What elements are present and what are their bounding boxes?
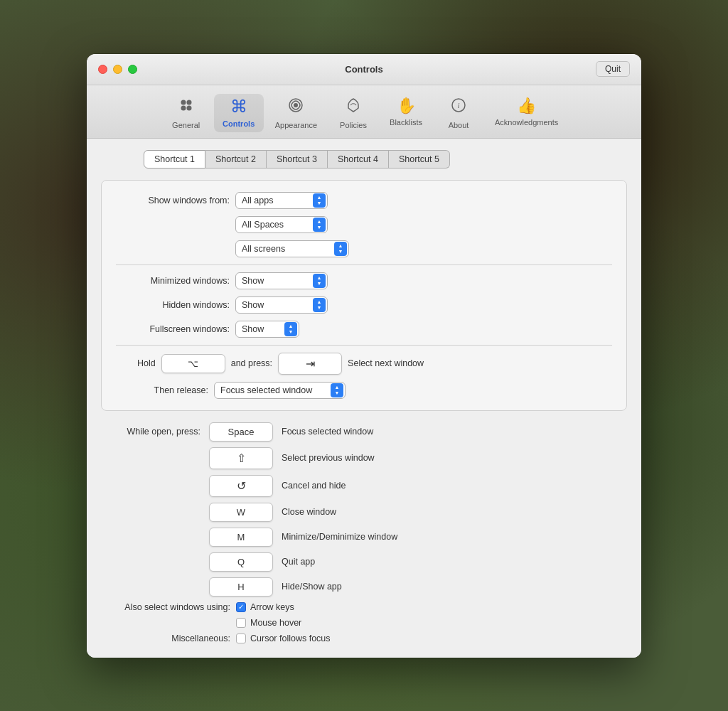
while-open-label: While open, press: [115, 427, 200, 437]
acknowledgments-icon: 👍 [517, 97, 536, 115]
arrow-keys-wrap: ✓ Arrow keys [236, 602, 294, 612]
hidden-select[interactable]: Show Hide [235, 296, 328, 314]
select-next-label: Select next window [348, 358, 424, 368]
tab-about-label: About [449, 121, 469, 129]
tab-about[interactable]: i About [434, 94, 483, 132]
fullscreen-label: Fullscreen windows: [116, 324, 230, 334]
also-select-label: Also select windows using: [122, 602, 230, 612]
shortcut-tab-3[interactable]: Shortcut 3 [267, 150, 328, 169]
settings-panel: Show windows from: All apps Active app o… [101, 180, 627, 411]
fullscreen-select[interactable]: Show Hide [235, 321, 299, 338]
misc-label: Miscellaneous: [122, 634, 230, 643]
then-release-select-wrap: Focus selected window Do nothing ▲ ▼ [214, 382, 346, 399]
hidden-select-wrap: Show Hide ▲ ▼ [235, 296, 328, 314]
screens-select[interactable]: All screens Current screen [235, 240, 349, 257]
svg-point-0 [181, 100, 186, 105]
while-action-prev: Select previous window [282, 453, 375, 463]
screens-row: All screens Current screen ▲ ▼ [116, 240, 612, 257]
tab-general-label: General [172, 121, 200, 129]
window-title: Controls [345, 64, 382, 75]
spaces-select[interactable]: All Spaces Current Space [235, 216, 328, 233]
while-action-hide: Hide/Show app [282, 582, 342, 592]
h-key-button[interactable]: H [209, 577, 273, 597]
tab-policies-label: Policies [340, 121, 367, 129]
spaces-row: All Spaces Current Space ▲ ▼ [116, 216, 612, 233]
maximize-button[interactable] [128, 65, 137, 74]
tab-policies[interactable]: Policies [328, 94, 378, 132]
shortcut-tab-1[interactable]: Shortcut 1 [144, 150, 205, 169]
tab-bar: General ⌘ Controls Appearance [87, 85, 641, 139]
and-press-label: and press: [231, 358, 272, 368]
fullscreen-select-wrap: Show Hide ▲ ▼ [235, 321, 299, 338]
content-area: Shortcut 1 Shortcut 2 Shortcut 3 Shortcu… [87, 139, 641, 658]
arrow-keys-checkbox[interactable]: ✓ [236, 602, 246, 612]
tab-acknowledgments-label: Acknowledgments [495, 118, 558, 127]
svg-point-3 [186, 105, 191, 110]
mouse-hover-checkbox[interactable] [236, 618, 246, 628]
hold-key-button[interactable]: ⌥ [161, 354, 225, 373]
traffic-lights [98, 65, 137, 74]
while-row-q: Q Quit app [115, 552, 613, 572]
while-action-focus: Focus selected window [282, 427, 373, 437]
minimize-button[interactable] [113, 65, 122, 74]
titlebar: Controls Quit [87, 54, 641, 85]
svg-text:i: i [457, 101, 459, 109]
arrow-keys-label: Arrow keys [250, 602, 294, 612]
while-section: While open, press: Space Focus selected … [101, 422, 627, 643]
quit-button[interactable]: Quit [596, 61, 630, 77]
minimized-select-wrap: Show Hide ▲ ▼ [235, 272, 328, 289]
while-action-cancel: Cancel and hide [282, 481, 346, 491]
hold-label: Hold [137, 358, 156, 368]
hidden-label: Hidden windows: [116, 300, 230, 310]
hidden-row: Hidden windows: Show Hide ▲ ▼ [116, 296, 612, 314]
while-row-cancel: ↺ Cancel and hide [115, 475, 613, 497]
tab-blacklists[interactable]: ✋ Blacklists [381, 94, 431, 132]
general-icon [178, 97, 195, 118]
close-button[interactable] [98, 65, 107, 74]
shortcut-tab-5[interactable]: Shortcut 5 [389, 150, 450, 169]
w-key-button[interactable]: W [209, 503, 273, 522]
tab-general[interactable]: General [161, 94, 211, 132]
show-windows-select-wrap: All apps Active app only ▲ ▼ [235, 192, 328, 209]
fullscreen-row: Fullscreen windows: Show Hide ▲ ▼ [116, 321, 612, 338]
blacklists-icon: ✋ [397, 97, 416, 115]
while-row-shift: ⇧ Select previous window [115, 447, 613, 469]
minimized-row: Minimized windows: Show Hide ▲ ▼ [116, 272, 612, 289]
cursor-follows-label: Cursor follows focus [250, 634, 331, 643]
tab-blacklists-label: Blacklists [390, 118, 422, 127]
shift-key-button[interactable]: ⇧ [209, 447, 273, 469]
q-key-button[interactable]: Q [209, 552, 273, 572]
mouse-hover-label: Mouse hover [250, 618, 301, 628]
while-action-minimize: Minimize/Deminimize window [282, 532, 397, 542]
tab-acknowledgments[interactable]: 👍 Acknowledgments [486, 94, 567, 132]
main-window: Controls Quit General ⌘ Controls [87, 54, 641, 658]
minimized-label: Minimized windows: [116, 276, 230, 286]
cursor-follows-checkbox[interactable] [236, 634, 246, 643]
and-press-key-button[interactable]: ⇥ [278, 353, 342, 375]
screens-select-wrap: All screens Current screen ▲ ▼ [235, 240, 349, 257]
space-key-button[interactable]: Space [209, 422, 273, 442]
tab-appearance-label: Appearance [275, 121, 317, 129]
shortcut-tab-4[interactable]: Shortcut 4 [328, 150, 389, 169]
shortcut-tab-bar: Shortcut 1 Shortcut 2 Shortcut 3 Shortcu… [144, 150, 627, 169]
cancel-key-button[interactable]: ↺ [209, 475, 273, 497]
show-windows-label: Show windows from: [116, 196, 230, 205]
then-release-row: Then release: Focus selected window Do n… [116, 382, 612, 399]
minimized-select[interactable]: Show Hide [235, 272, 328, 289]
tab-appearance[interactable]: Appearance [267, 94, 326, 132]
then-release-select[interactable]: Focus selected window Do nothing [214, 382, 346, 399]
svg-point-1 [186, 100, 191, 105]
hold-row: Hold ⌥ and press: ⇥ Select next window [116, 353, 612, 375]
mouse-hover-wrap: Mouse hover [236, 618, 301, 628]
svg-point-2 [181, 105, 186, 110]
shortcut-tab-2[interactable]: Shortcut 2 [205, 150, 267, 169]
m-key-button[interactable]: M [209, 528, 273, 547]
show-windows-row: Show windows from: All apps Active app o… [116, 192, 612, 209]
while-row-space: While open, press: Space Focus selected … [115, 422, 613, 442]
controls-icon: ⌘ [230, 97, 247, 117]
svg-point-5 [294, 103, 298, 107]
while-row-m: M Minimize/Deminimize window [115, 528, 613, 547]
tab-controls[interactable]: ⌘ Controls [214, 94, 264, 132]
while-row-w: W Close window [115, 503, 613, 522]
show-windows-select[interactable]: All apps Active app only [235, 192, 328, 209]
